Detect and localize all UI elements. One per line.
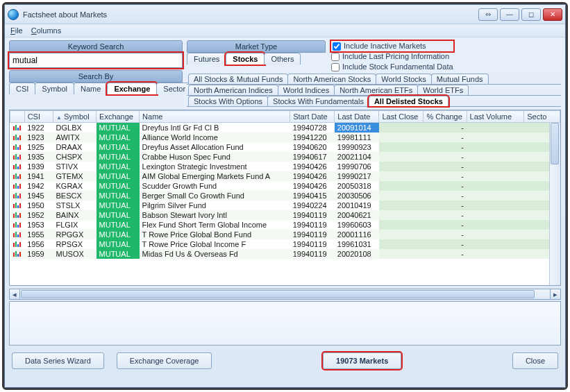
table-row[interactable]: 1923AWITXMUTUALAlliance World Income1994… xyxy=(10,133,560,142)
include-last-pricing-checkbox[interactable] xyxy=(331,53,340,61)
subtab-world-stocks[interactable]: World Stocks xyxy=(376,74,432,84)
table-row[interactable]: 1955RPGGXMUTUALT Rowe Price Global Bond … xyxy=(10,230,560,239)
subtabs-row-3: Stocks With OptionsStocks With Fundament… xyxy=(187,96,561,107)
table-row[interactable]: 1956RPSGXMUTUALT Rowe Price Global Incom… xyxy=(10,239,560,249)
app-icon xyxy=(8,9,19,20)
scroll-left-arrow[interactable]: ◂ xyxy=(10,289,20,299)
subtab-all-delisted-stocks[interactable]: All Delisted Stocks xyxy=(369,96,449,106)
table-row[interactable]: 1959MUSOXMUTUALMidas Fd Us & Overseas Fd… xyxy=(10,249,560,259)
minimize-button[interactable]: — xyxy=(500,8,519,21)
col-start-date[interactable]: Start Date xyxy=(290,111,335,123)
subtab-world-etfs[interactable]: World ETFs xyxy=(417,85,469,95)
searchby-tab-csi[interactable]: CSI xyxy=(9,83,35,94)
close-window-button[interactable]: ✕ xyxy=(543,8,562,21)
table-row[interactable]: 1925DRAAXMUTUALDreyfus Asset Allocation … xyxy=(10,142,560,152)
maximize-button[interactable]: ◻ xyxy=(521,8,541,21)
market-type-tab-stocks[interactable]: Stocks xyxy=(226,53,265,65)
include-last-pricing-label: Include Last Pricing Information xyxy=(342,51,449,62)
chart-icon xyxy=(13,250,23,257)
col-last-volume[interactable]: Last Volume xyxy=(467,111,524,123)
table-row[interactable]: 1922DGLBXMUTUALDreyfus Intl Gr Fd Cl B19… xyxy=(10,123,560,133)
search-by-label: Search By xyxy=(9,70,183,83)
subtab-north-american-etfs[interactable]: North American ETFs xyxy=(334,85,418,95)
titlebar: Factsheet about Markets ⇔ — ◻ ✕ xyxy=(5,5,565,24)
search-by-tabs: CSISymbolNameExchangeSector xyxy=(9,83,183,94)
searchby-tab-name[interactable]: Name xyxy=(74,83,108,94)
keyword-search-input[interactable] xyxy=(9,53,183,68)
chart-icon xyxy=(13,201,23,208)
horizontal-scrollbar[interactable]: ◂ ▸ xyxy=(9,289,561,300)
col-last-close[interactable]: Last Close xyxy=(379,111,424,123)
table-body: 1922DGLBXMUTUALDreyfus Intl Gr Fd Cl B19… xyxy=(10,123,560,259)
chart-icon xyxy=(13,133,23,140)
vertical-scroll-thumb[interactable] xyxy=(551,123,559,164)
chart-icon xyxy=(13,153,23,160)
searchby-tab-symbol[interactable]: Symbol xyxy=(35,83,74,94)
subtab-north-american-indices[interactable]: North American Indices xyxy=(188,85,278,95)
include-inactive-checkbox[interactable] xyxy=(333,42,341,51)
subtab-stocks-with-options[interactable]: Stocks With Options xyxy=(188,96,268,106)
chart-icon xyxy=(13,123,23,130)
col-exchange[interactable]: Exchange xyxy=(97,111,140,123)
data-series-wizard-button[interactable]: Data Series Wizard xyxy=(12,352,104,369)
window: Factsheet about Markets ⇔ — ◻ ✕ File Col… xyxy=(4,4,566,388)
subtabs-row-2: North American IndicesWorld IndicesNorth… xyxy=(187,85,561,96)
menu-columns[interactable]: Columns xyxy=(31,26,61,35)
table-header-row: CSI▲ SymbolExchangeNameStart DateLast Da… xyxy=(10,111,560,123)
col-csi[interactable]: CSI xyxy=(24,111,53,123)
table-row[interactable]: 1952BAINXMUTUALBabson Stewart Ivory Intl… xyxy=(10,210,560,220)
col--change[interactable]: % Change xyxy=(424,111,467,123)
chart-icon xyxy=(13,162,23,169)
subtabs-row-1: All Stocks & Mutual FundsNorth American … xyxy=(187,74,561,85)
window-title: Factsheet about Markets xyxy=(23,10,476,19)
include-options: Include Inactive Markets Include Last Pr… xyxy=(331,40,453,72)
table-row[interactable]: 1953FLGIXMUTUALFlex Fund Short Term Glob… xyxy=(10,220,560,230)
detail-panel xyxy=(9,301,561,346)
chart-icon xyxy=(13,191,23,198)
include-inactive-label: Include Inactive Markets xyxy=(344,41,426,51)
markets-table: CSI▲ SymbolExchangeNameStart DateLast Da… xyxy=(9,110,561,286)
include-fundamental-checkbox[interactable] xyxy=(331,63,340,71)
exchange-coverage-button[interactable]: Exchange Coverage xyxy=(117,352,212,369)
col-secto[interactable]: Secto xyxy=(524,111,560,123)
col-icon[interactable] xyxy=(10,111,25,123)
keyword-search-label: Keyword Search xyxy=(9,40,183,53)
horizontal-scroll-thumb[interactable] xyxy=(21,290,535,298)
close-button[interactable]: Close xyxy=(512,352,558,369)
subtab-north-american-stocks[interactable]: North American Stocks xyxy=(287,74,376,84)
bottom-bar: Data Series Wizard Exchange Coverage 190… xyxy=(5,347,565,375)
table-row[interactable]: 1939STIVXMUTUALLexington Strategic Inves… xyxy=(10,162,560,171)
market-type-tab-futures[interactable]: Futures xyxy=(187,53,226,65)
market-type-tabs: FuturesStocksOthers xyxy=(187,53,326,65)
scroll-right-arrow[interactable]: ▸ xyxy=(550,289,560,299)
table-row[interactable]: 1950STSLXMUTUALPilgrim Silver Fund199402… xyxy=(10,201,560,210)
include-fundamental-label: Include Stock Fundamental Data xyxy=(342,62,453,72)
vertical-scrollbar[interactable] xyxy=(549,123,560,285)
menu-file[interactable]: File xyxy=(10,26,23,35)
col-last-date[interactable]: Last Date xyxy=(335,111,379,123)
chart-icon xyxy=(13,182,23,189)
chart-icon xyxy=(13,143,23,150)
market-type-tab-others[interactable]: Others xyxy=(264,53,301,65)
table-row[interactable]: 1945BESCXMUTUALBerger Small Co Growth Fu… xyxy=(10,191,560,201)
searchby-tab-exchange[interactable]: Exchange xyxy=(107,83,157,94)
market-type-label: Market Type xyxy=(187,40,326,53)
chart-icon xyxy=(13,211,23,218)
chart-icon xyxy=(13,172,23,179)
subtab-all-stocks-mutual-funds[interactable]: All Stocks & Mutual Funds xyxy=(188,74,288,84)
subtab-world-indices[interactable]: World Indices xyxy=(278,85,335,95)
table-row[interactable]: 1942KGRAXMUTUALScudder Growth Fund199404… xyxy=(10,181,560,191)
chart-icon xyxy=(13,230,23,237)
col-name[interactable]: Name xyxy=(140,111,290,123)
restore-arrows-button[interactable]: ⇔ xyxy=(478,8,498,21)
chart-icon xyxy=(13,240,23,247)
chart-icon xyxy=(13,221,23,228)
table-row[interactable]: 1941GTEMXMUTUALAIM Global Emerging Marke… xyxy=(10,171,560,181)
markets-count-button[interactable]: 19073 Markets xyxy=(323,352,401,369)
subtab-mutual-funds[interactable]: Mutual Funds xyxy=(431,74,489,84)
menubar: File Columns xyxy=(5,24,565,37)
col-symbol[interactable]: ▲ Symbol xyxy=(53,111,97,123)
table-row[interactable]: 1935CHSPXMUTUALCrabbe Huson Spec Fund199… xyxy=(10,152,560,162)
subtab-stocks-with-fundamentals[interactable]: Stocks With Fundamentals xyxy=(267,96,369,106)
